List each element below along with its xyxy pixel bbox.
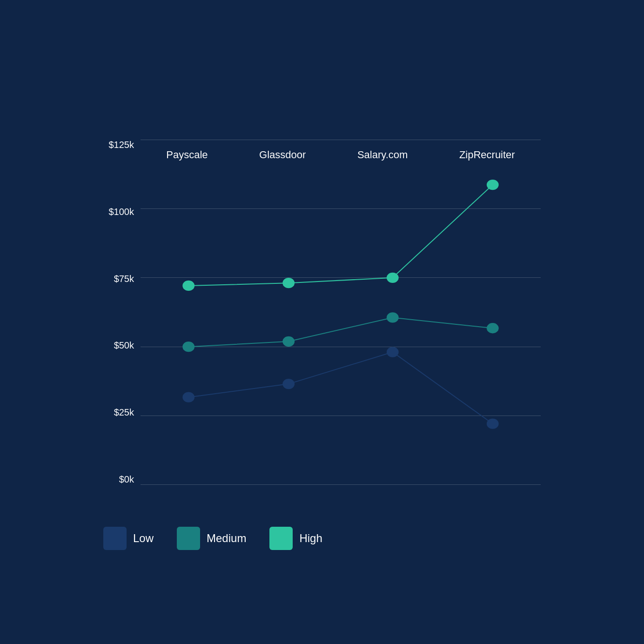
line-high xyxy=(188,185,493,286)
y-axis-label: $125k xyxy=(103,140,141,150)
dot-low-3 xyxy=(487,419,499,429)
legend-label-high: High xyxy=(299,532,322,545)
dot-medium-2 xyxy=(387,312,399,322)
chart-container: $125k$100k$75k$50k$25k$0k PayscaleGlassd… xyxy=(103,140,541,508)
legend-swatch-medium xyxy=(177,527,200,550)
legend-label-medium: Medium xyxy=(207,532,246,545)
dot-low-0 xyxy=(182,392,195,402)
lines-svg xyxy=(141,140,541,485)
dot-medium-0 xyxy=(182,342,195,352)
y-axis-label: $100k xyxy=(103,207,141,217)
dot-low-2 xyxy=(387,347,399,357)
legend: LowMediumHigh xyxy=(103,527,541,550)
legend-label-low: Low xyxy=(133,532,154,545)
dot-medium-1 xyxy=(282,336,295,347)
chart-area: $125k$100k$75k$50k$25k$0k PayscaleGlassd… xyxy=(103,140,541,550)
dot-medium-3 xyxy=(487,323,499,333)
dot-low-1 xyxy=(282,379,295,389)
dot-high-2 xyxy=(387,273,399,283)
y-axis-label: $0k xyxy=(103,474,141,485)
legend-swatch-high xyxy=(269,527,293,550)
legend-swatch-low xyxy=(103,527,127,550)
legend-item-high: High xyxy=(269,527,322,550)
dot-high-1 xyxy=(282,278,295,288)
chart-body: PayscaleGlassdoorSalary.comZipRecruiter xyxy=(141,140,541,508)
infographic-card: $125k$100k$75k$50k$25k$0k PayscaleGlassd… xyxy=(66,66,578,578)
y-axis: $125k$100k$75k$50k$25k$0k xyxy=(103,140,141,508)
legend-item-low: Low xyxy=(103,527,154,550)
line-low xyxy=(188,352,493,424)
line-medium xyxy=(188,317,493,347)
dot-high-0 xyxy=(182,281,195,291)
dot-high-3 xyxy=(487,180,499,190)
y-axis-label: $75k xyxy=(103,274,141,284)
y-axis-label: $25k xyxy=(103,407,141,418)
legend-item-medium: Medium xyxy=(177,527,246,550)
y-axis-label: $50k xyxy=(103,340,141,351)
